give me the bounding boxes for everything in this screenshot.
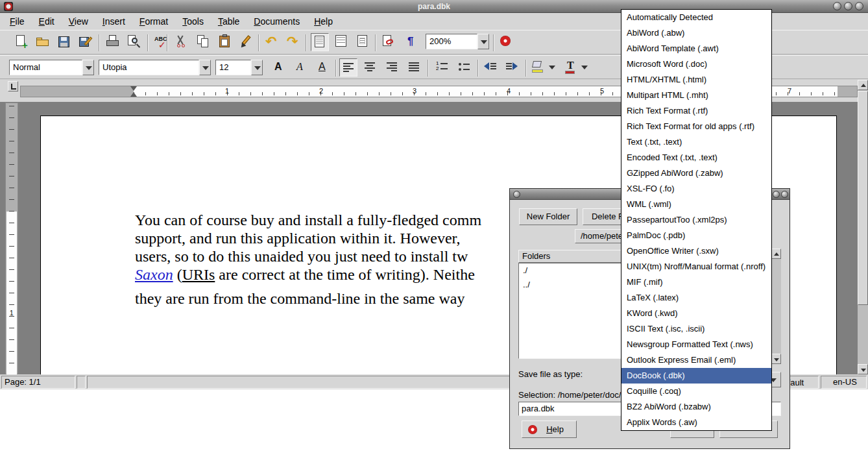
file-type-option[interactable]: PassepartoutToo (.xml2ps) [621,212,771,228]
save-as-button[interactable] [77,33,95,51]
minimize-button[interactable] [833,2,841,10]
cut-button[interactable] [172,33,190,51]
dialog-maximize-button[interactable] [773,191,780,198]
file-type-option[interactable]: Automatically Detected [621,10,771,25]
folder-item[interactable]: ./ [519,263,634,278]
font-size-combobox[interactable]: 12 [215,60,263,75]
copy-button[interactable] [195,33,213,51]
folders-list-header[interactable]: Folders [518,250,635,263]
menu-view[interactable]: View [62,14,95,30]
file-type-option[interactable]: AbiWord (.abw) [621,25,771,41]
file-type-option[interactable]: PalmDoc (.pdb) [621,228,771,243]
numbered-list-button[interactable]: 1 2 [433,58,452,77]
files-scroll-up-button[interactable] [771,249,781,259]
menu-documents[interactable]: Documents [247,14,307,30]
file-type-option[interactable]: LaTeX (.latex) [621,290,771,306]
zoom-dropdown-button[interactable] [477,34,489,49]
bold-button[interactable]: A [269,58,287,77]
print-button[interactable] [104,33,122,51]
help-button[interactable]: Help [522,421,577,438]
open-button[interactable] [34,33,52,51]
file-type-dropdown[interactable]: Automatically DetectedAbiWord (.abw)AbiW… [621,9,772,431]
view-print-layout-button[interactable] [354,33,372,51]
file-type-option[interactable]: Outlook Express Email (.eml) [621,352,771,368]
font-size-dropdown-button[interactable] [251,60,263,75]
font-color-button[interactable]: T [562,58,580,77]
justify-button[interactable] [405,58,424,77]
new-document-button[interactable]: + [12,33,30,51]
file-type-option[interactable]: Encoded Text (.txt, .text) [621,150,771,165]
align-left-button[interactable] [339,58,357,77]
file-type-option[interactable]: KWord (.kwd) [621,306,771,321]
first-line-indent-marker[interactable] [130,86,137,91]
highlight-color-button[interactable] [529,58,548,77]
style-combobox[interactable]: Normal [9,60,94,75]
menu-file[interactable]: File [3,14,32,30]
tab-selector-button[interactable] [8,81,18,91]
view-web-button[interactable] [333,33,351,51]
scroll-down-button[interactable] [858,364,868,374]
menu-format[interactable]: Format [132,14,175,30]
font-color-dropdown[interactable] [580,58,590,77]
file-type-option[interactable]: UNIX(tm) Nroff/Manual format (.nroff) [621,259,771,274]
zoom-combobox[interactable]: 200% [426,34,489,49]
dialog-close-button[interactable] [781,191,788,198]
files-scroll-down-button[interactable] [771,354,781,364]
menu-insert[interactable]: Insert [95,14,132,30]
file-type-option[interactable]: HTML/XHTML (.html) [621,72,771,88]
file-type-option[interactable]: WML (.wml) [621,197,771,212]
file-type-option[interactable]: Coquille (.coq) [621,384,771,399]
save-button[interactable] [55,33,73,51]
style-value[interactable]: Normal [9,60,82,75]
align-center-button[interactable] [361,58,380,77]
print-preview-button[interactable] [125,33,143,51]
menu-tools[interactable]: Tools [175,14,211,30]
menu-table[interactable]: Table [211,14,247,30]
file-type-option[interactable]: Rich Text Format (.rtf) [621,103,771,119]
file-type-option[interactable]: Multipart HTML (.mht) [621,88,771,103]
show-formatting-marks-button[interactable]: ¶ [402,33,420,51]
redo-button[interactable]: ↷ [285,33,303,51]
undo-button[interactable]: ↶ [263,33,282,51]
scroll-up-button[interactable] [858,80,868,90]
left-indent-marker[interactable] [130,92,137,97]
file-type-option[interactable]: MIF (.mif) [621,274,771,290]
font-size-value[interactable]: 12 [215,60,251,75]
underline-button[interactable]: A [313,58,332,77]
insert-hyperlink-button[interactable] [380,33,398,51]
highlight-color-dropdown[interactable] [548,58,557,77]
zoom-value[interactable]: 200% [426,34,477,49]
file-type-option[interactable]: Newsgroup Formatted Text (.nws) [621,337,771,352]
saxon-hyperlink[interactable]: Saxon [135,266,173,283]
file-type-option[interactable]: DocBook (.dbk) [621,368,771,384]
files-list-scrollbar[interactable] [771,249,781,364]
increase-indent-button[interactable] [503,58,522,77]
paste-button[interactable] [216,33,234,51]
font-combobox[interactable]: Utopia [99,60,211,75]
file-type-option[interactable]: Microsoft Word (.doc) [621,56,771,72]
file-type-option[interactable]: GZipped AbiWord (.zabw) [621,165,771,181]
new-folder-button[interactable]: New Folder [519,208,577,225]
file-type-option[interactable]: Text (.txt, .text) [621,134,771,150]
file-type-option[interactable]: AbiWord Template (.awt) [621,41,771,56]
italic-button[interactable]: A [291,58,309,77]
font-value[interactable]: Utopia [99,60,199,75]
font-dropdown-button[interactable] [199,60,211,75]
menu-edit[interactable]: Edit [32,14,62,30]
file-type-option[interactable]: Applix Words (.aw) [621,415,771,430]
file-type-option[interactable]: OpenOffice Writer (.sxw) [621,243,771,259]
format-painter-button[interactable] [237,33,256,51]
bullet-list-button[interactable] [455,58,474,77]
abiword-logo-button[interactable] [497,33,515,51]
decrease-indent-button[interactable] [481,58,500,77]
style-dropdown-button[interactable] [82,60,94,75]
vertical-scrollbar[interactable] [858,80,868,374]
view-normal-button[interactable] [311,33,329,51]
close-button[interactable] [855,2,863,10]
maximize-button[interactable] [844,2,852,10]
file-type-option[interactable]: BZ2 AbiWord (.bzabw) [621,399,771,415]
file-type-option[interactable]: XSL-FO (.fo) [621,181,771,197]
file-type-option[interactable]: ISCII Text (.isc, .iscii) [621,321,771,337]
menu-help[interactable]: Help [307,14,340,30]
folders-listbox[interactable]: ./ ../ [518,263,635,359]
